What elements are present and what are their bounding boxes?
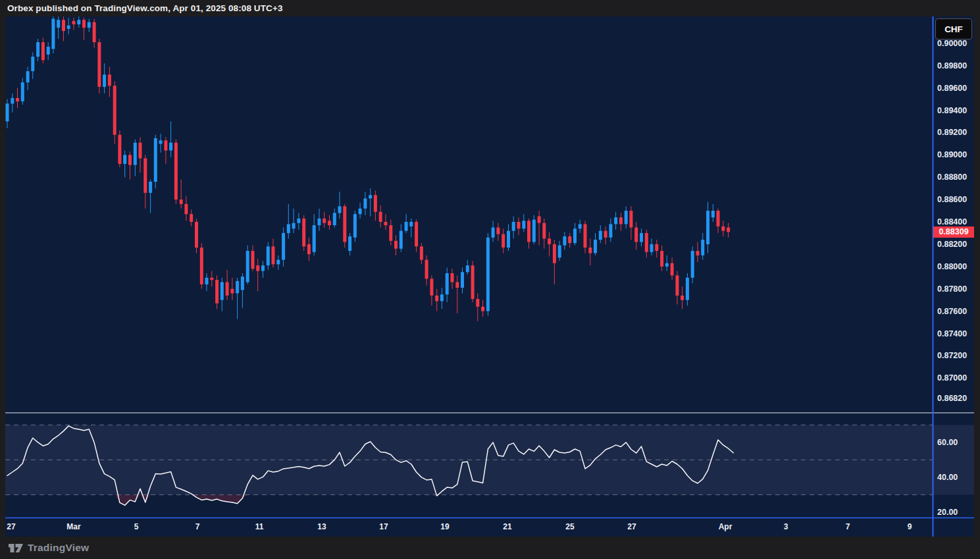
price-tick: 0.89400	[937, 105, 967, 116]
tradingview-published-chart: { "header": { "title": "Orbex published …	[0, 0, 980, 559]
price-tick: 0.88400	[937, 217, 967, 227]
time-tick: 19	[440, 521, 449, 532]
time-tick: 7	[195, 521, 200, 532]
price-tick: 0.89000	[937, 149, 967, 160]
price-tick: 0.88800	[937, 172, 967, 182]
time-tick: 13	[317, 521, 326, 532]
rsi-tick: 40.00	[937, 472, 958, 483]
time-tick: 17	[379, 521, 388, 532]
time-tick: 9	[908, 521, 912, 532]
time-tick: 25	[565, 521, 574, 532]
price-tick: 0.88200	[937, 239, 967, 250]
price-tick: 0.87800	[937, 284, 967, 294]
tradingview-logo-icon[interactable]	[8, 542, 24, 554]
price-tick: 0.87200	[937, 350, 967, 361]
tradingview-brand-text[interactable]: TradingView	[28, 542, 89, 554]
time-tick: 7	[846, 521, 850, 532]
price-tick: 0.86820	[937, 393, 967, 404]
footer-bar: TradingView	[0, 537, 980, 559]
price-tick: 0.87600	[937, 306, 967, 317]
time-tick: 3	[784, 521, 788, 532]
time-tick: Apr	[719, 521, 733, 532]
price-tick: 0.87400	[937, 329, 967, 339]
time-tick: 27	[7, 521, 15, 532]
time-axis[interactable]	[5, 518, 933, 537]
attribution-text: Orbex published on TradingView.com, Apr …	[7, 3, 283, 13]
price-tick: 0.90000	[937, 38, 967, 49]
currency-badge[interactable]: CHF	[935, 18, 972, 40]
price-tick: 0.89200	[937, 127, 967, 138]
last-price-label: 0.88309	[933, 226, 974, 238]
time-tick: 5	[134, 521, 139, 532]
price-tick: 0.88600	[937, 194, 967, 205]
attribution-bar: Orbex published on TradingView.com, Apr …	[0, 0, 980, 16]
time-tick: 11	[255, 521, 264, 532]
rsi-tick: 60.00	[937, 437, 958, 448]
rsi-tick: 20.00	[937, 507, 958, 518]
price-tick: 0.89600	[937, 83, 967, 93]
price-tick: 0.89800	[937, 61, 967, 71]
price-tick: 0.87000	[937, 373, 967, 383]
chart-canvas[interactable]	[0, 0, 980, 559]
time-tick: 21	[503, 521, 511, 532]
time-tick: 27	[627, 521, 636, 532]
price-tick: 0.88000	[937, 261, 967, 272]
time-tick: Mar	[66, 521, 80, 532]
